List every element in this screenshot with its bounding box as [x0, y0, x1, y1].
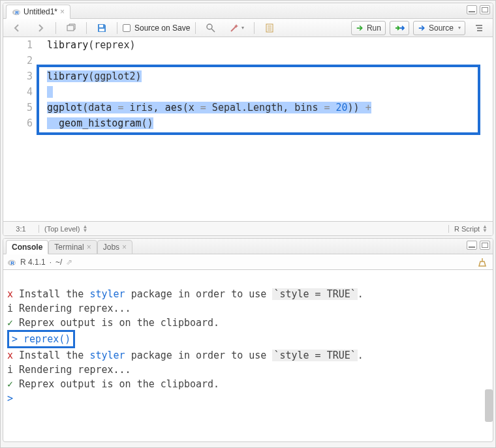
console-tab-bar: Console Terminal × Jobs × — [3, 239, 493, 254]
source-on-save-checkbox[interactable] — [123, 24, 131, 32]
source-statusbar: 3:1 (Top Level) ▲▼ R Script ▲▼ — [3, 221, 493, 235]
boxed-command: > reprex() — [7, 330, 75, 348]
close-icon[interactable]: × — [122, 243, 127, 252]
minimize-pane-button[interactable] — [467, 241, 477, 250]
open-popout-button[interactable] — [61, 21, 81, 35]
source-toolbar: Source on Save ▾ Run Source ▾ — [3, 19, 493, 37]
back-button[interactable] — [7, 21, 27, 35]
forward-button[interactable] — [31, 21, 50, 35]
close-icon[interactable]: × — [60, 7, 65, 16]
find-button[interactable] — [201, 21, 221, 35]
r-file-icon: R — [12, 7, 21, 16]
source-button-label: Source — [429, 23, 454, 33]
svg-line-7 — [211, 29, 215, 32]
language-selector[interactable]: R Script ▲▼ — [448, 225, 493, 233]
svg-rect-4 — [99, 25, 103, 27]
code-editor[interactable]: 1 2 3 4 5 6 library(reprex) library(ggpl… — [3, 37, 493, 221]
svg-point-6 — [207, 24, 212, 29]
minimize-pane-button[interactable] — [467, 5, 477, 14]
save-button[interactable] — [92, 21, 112, 35]
maximize-pane-button[interactable] — [480, 5, 490, 14]
svg-line-8 — [231, 26, 236, 31]
maximize-pane-button[interactable] — [480, 241, 490, 250]
pane-controls — [467, 5, 490, 14]
scope-selector[interactable]: (Top Level) ▲▼ — [39, 225, 448, 233]
source-on-save-label: Source on Save — [134, 23, 190, 33]
outline-button[interactable] — [469, 21, 489, 35]
console-output[interactable]: x Install the styler package in order to… — [3, 270, 493, 441]
clear-console-icon[interactable] — [477, 257, 488, 269]
updown-icon: ▲▼ — [482, 225, 488, 233]
source-tab-bar: R Untitled1* × — [3, 3, 493, 19]
source-pane: R Untitled1* × Source on Save — [3, 3, 493, 236]
pane-controls — [467, 241, 490, 250]
close-icon[interactable]: × — [87, 243, 91, 252]
updown-icon: ▲▼ — [82, 225, 87, 233]
jobs-tab[interactable]: Jobs × — [97, 240, 132, 254]
svg-text:R: R — [10, 260, 14, 266]
svg-text:R: R — [15, 10, 19, 16]
r-logo-icon: R — [7, 258, 16, 267]
cursor-position: 3:1 — [3, 225, 39, 233]
r-version-label: R 4.1.1 — [20, 258, 46, 267]
wand-button[interactable]: ▾ — [225, 21, 249, 35]
source-button[interactable]: Source ▾ — [413, 21, 465, 35]
scrollbar-thumb[interactable] — [485, 389, 493, 422]
run-label: Run — [367, 23, 381, 33]
source-tab[interactable]: R Untitled1* × — [6, 5, 70, 19]
svg-rect-5 — [99, 29, 104, 31]
rerun-button[interactable] — [390, 21, 409, 35]
terminal-tab[interactable]: Terminal × — [48, 240, 97, 254]
notebook-button[interactable] — [260, 21, 279, 35]
svg-rect-3 — [67, 25, 74, 31]
code-content[interactable]: library(reprex) library(ggplot2) ggplot(… — [39, 37, 493, 221]
console-pane: Console Terminal × Jobs × R R 4.1.1 · ~/… — [3, 238, 493, 442]
run-button[interactable]: Run — [351, 21, 386, 35]
cwd-label: ~/ — [55, 258, 62, 267]
source-tab-title: Untitled1* — [23, 7, 57, 16]
go-to-dir-icon[interactable]: ⇗ — [66, 258, 72, 267]
console-tab[interactable]: Console — [6, 240, 48, 254]
line-gutter: 1 2 3 4 5 6 — [3, 37, 39, 221]
console-header: R R 4.1.1 · ~/ ⇗ — [3, 254, 493, 270]
